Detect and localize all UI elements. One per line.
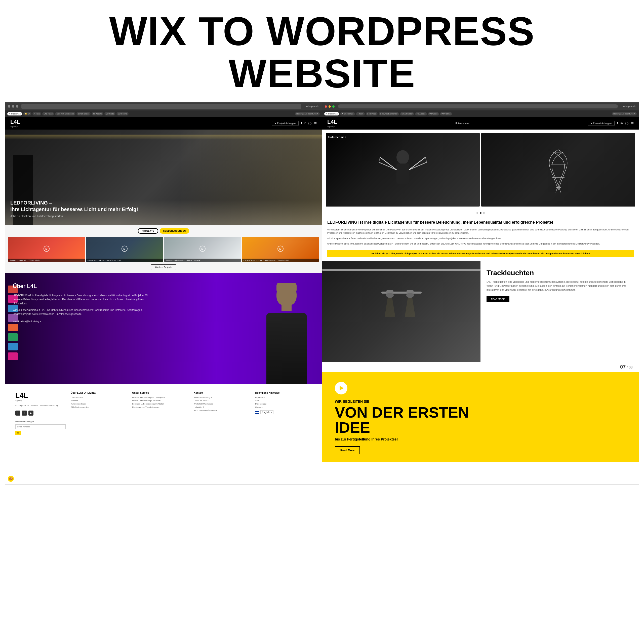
project-label: Strahlende Arbeitswelten mit LEDFORLIVIN… [164, 259, 241, 262]
url-bar-right[interactable] [338, 104, 618, 108]
project-item[interactable]: ▶ Shopbeleuchtung mit LEDFORLIVING [8, 237, 85, 262]
track-body: L4L Trackleuchten sind vielseitige und m… [487, 280, 633, 292]
wp-editor-pill[interactable]: Edit with Elementor [379, 112, 399, 115]
social-icon-left[interactable]: ◯ [308, 122, 311, 125]
hamburger-menu[interactable]: ≡ [314, 121, 317, 126]
footer-link: LEDFORLIVING [194, 399, 250, 402]
footer-link[interactable]: Impressum [255, 396, 312, 398]
footer-link[interactable]: Kundenfeedback [71, 403, 127, 405]
wp-editor-pill[interactable]: ⚑ Customize [340, 112, 355, 115]
project-label: Luxuriöses Lichtkonzept für 5-Sterne Hot… [86, 259, 163, 262]
wp-editor-pill[interactable]: WPForms [440, 112, 452, 115]
content-body3: Unsere Mission ist es, Ihr Leben mit qua… [327, 242, 634, 246]
editor-pill[interactable]: 🔔 17 [23, 112, 31, 115]
wp-editor-pill[interactable]: ✎ Customize [324, 112, 339, 115]
footer-link: Hofstätter 7 [194, 406, 250, 408]
footer-link[interactable]: Unternehmen [71, 396, 127, 398]
footer-link[interactable]: Projekte [71, 399, 127, 402]
architecture-svg [536, 145, 581, 195]
browser-url: zael-agentur.io [304, 105, 319, 108]
track-heading: Trackleuchten [487, 269, 633, 277]
projekt-anfragen-btn[interactable]: ➤ Projekt Anfragen! [272, 121, 299, 126]
title-text: WIX TO WORDPRESS WEBSITE [5, 10, 639, 95]
project-item[interactable]: ▶ Luxuriöses Lichtkonzept für 5-Sterne H… [86, 237, 163, 262]
footer-link: 8200 Gleisdorf Österreich [194, 409, 250, 412]
light-person-svg [378, 142, 428, 197]
tab-projekte[interactable]: PROJEKTE [138, 228, 158, 234]
footer-col-list: Unternehmen Projekte Kundenfeedback B2B-… [71, 396, 127, 408]
browser-chrome-right: zael-agentur.io [322, 102, 639, 110]
footer: L4L agency Lichtagentur für besseres Lic… [5, 384, 322, 443]
mehr-projekte-btn[interactable]: Weitere Projekte [151, 264, 176, 270]
wp-navigation: Unternehmen [455, 122, 470, 125]
footer-col-uber: Über LEDFORLIVING Unternehmen Projekte K… [71, 391, 127, 435]
editor-pill[interactable]: L4B Page [42, 112, 54, 115]
editor-pill[interactable]: + New [32, 112, 41, 115]
footer-link[interactable]: Datenschutz [255, 403, 312, 405]
wp-social-icon[interactable]: f [617, 122, 618, 125]
tab-sonderlosungen[interactable]: SONDERLÖSUNGEN [160, 228, 189, 234]
wp-social-icon[interactable]: ◯ [625, 122, 628, 125]
browser-chrome-left: zael-agentur.io [5, 102, 322, 110]
editor-pill[interactable]: Edit with Elementor [55, 112, 75, 115]
play-button[interactable] [335, 382, 347, 394]
footer-link[interactable]: Online-Lichtberatung mit Lichtsystem [132, 396, 189, 398]
footer-link[interactable]: Renderings u. Visualisierungen [132, 406, 189, 408]
footer-link[interactable]: Online-Lichtberatungs-Formular [132, 399, 189, 402]
svg-marker-15 [385, 298, 395, 317]
project-item[interactable]: ▶ Strahlende Arbeitswelten mit LEDFORLIV… [164, 237, 241, 262]
wp-projekt-btn[interactable]: ➤ Projekt Anfragen! [588, 121, 615, 126]
footer-link[interactable]: Leuchten u. Leuchtenbau im Atelier [132, 403, 189, 405]
wp-hamburger-menu[interactable]: ≡ [631, 121, 634, 126]
social-icon-left[interactable]: in [304, 122, 306, 125]
wp-header-right: ➤ Projekt Anfragen! f in ◯ ≡ [588, 121, 634, 126]
wp-howdy: Howdy, zael-agentur.io ▾ [612, 112, 637, 115]
editor-pill[interactable]: Smart Slider [76, 112, 91, 115]
newsletter-email-input[interactable] [15, 424, 66, 429]
projects-grid: ▶ Shopbeleuchtung mit LEDFORLIVING ▶ Lux… [8, 237, 319, 262]
wp-social-icon[interactable]: in [620, 122, 623, 125]
url-bar[interactable] [21, 104, 301, 109]
about-image-area [164, 273, 322, 384]
newsletter-submit-btn[interactable]: ✉ [15, 431, 21, 435]
wp-editor-pill[interactable]: + New [356, 112, 365, 115]
project-item[interactable]: ▶ Erleben Sie die perfekte Beleuchtung m… [242, 237, 319, 262]
footer-logo-sub: agency [15, 399, 66, 402]
read-more-cta-btn[interactable]: Read More [335, 446, 360, 454]
editor-pill[interactable]: WPCode [104, 112, 115, 115]
about-body1: LEDFORLIVING ist Ihre digitale Lichtagen… [13, 294, 156, 306]
cta-yellow-button[interactable]: ->Klicken Sie jetzt hier, um Ihr Lichtpr… [327, 250, 634, 257]
youtube-icon[interactable]: ▶ [28, 411, 33, 416]
about-body2: Wir sind spezialisiert auf Ein- und Mehr… [13, 308, 156, 316]
wp-editor-pill[interactable]: WPCode [428, 112, 439, 115]
language-dropdown[interactable]: English [260, 410, 273, 414]
read-more-track-btn[interactable]: READ MORE [487, 296, 509, 302]
footer-link[interactable]: office@ledforliving.at [194, 396, 250, 398]
footer-link[interactable]: B2B-Partner werden [71, 406, 127, 408]
editor-pill[interactable]: Fb Assets [92, 112, 103, 115]
cta-main-heading: VON DER ERSTEN IDEE [335, 405, 626, 435]
facebook-icon[interactable]: f [15, 411, 20, 416]
social-icon-left[interactable]: f [301, 122, 302, 125]
play-triangle [340, 386, 344, 390]
wp-logo-sub: agency [327, 125, 337, 128]
footer-col-heading: Über LEDFORLIVING [71, 391, 127, 394]
wp-editor-pill[interactable]: Fb Assets [415, 112, 427, 115]
site-header-left: L4L agency ➤ Projekt Anfragen! f in ◯ ≡ [5, 117, 322, 130]
logo-area: L4L agency [10, 119, 20, 128]
footer-link[interactable]: Cookies [255, 406, 312, 408]
wp-editor-pill[interactable]: Smart Slider [400, 112, 414, 115]
hero-cta-text: Jetzt hier klicken und Lichtberatung sta… [10, 215, 138, 218]
about-content: Über L4L LEDFORLIVING ist Ihre digitale … [5, 273, 164, 384]
cookie-consent-btn[interactable]: 🍪 [8, 476, 14, 482]
editor-pill[interactable]: ✎ Customize [7, 112, 22, 115]
instagram-icon[interactable]: in [22, 411, 27, 416]
track-section: Trackleuchten L4L Trackleuchten sind vie… [322, 261, 639, 362]
wp-nav-unternehmen[interactable]: Unternehmen [455, 122, 470, 125]
footer-link[interactable]: AGB [255, 399, 312, 402]
language-selector: English [255, 410, 312, 414]
editor-pill[interactable]: WPForms [116, 112, 129, 115]
footer-logo-area: L4L agency Lichtagentur für besseres Lic… [15, 391, 66, 435]
project-label: Erleben Sie die perfekte Beleuchtung mit… [242, 259, 319, 262]
wp-editor-pill[interactable]: L4B Page [366, 112, 378, 115]
